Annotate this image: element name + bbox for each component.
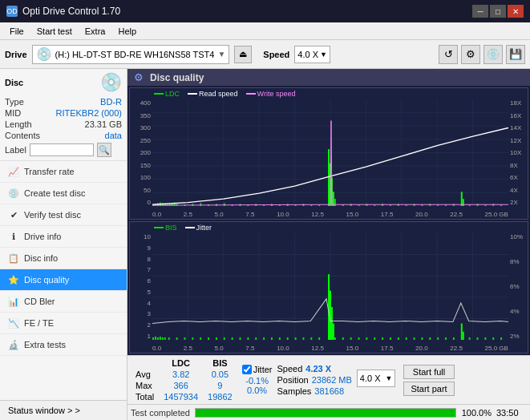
svg-rect-105 [279, 337, 281, 340]
sidebar-item-create-test-disc[interactable]: 💿 Create test disc [0, 183, 127, 204]
sidebar-item-extra-tests[interactable]: 🔬 Extra tests [0, 334, 127, 356]
refresh-icon[interactable]: ↺ [439, 45, 458, 64]
bis-x-axis: 0.0 2.5 5.0 7.5 10.0 12.5 15.0 17.5 20.0… [152, 345, 508, 352]
disc-label-label: Label [5, 145, 26, 155]
disc-panel: Disc 💿 Type BD-R MID RITEKBR2 (000) Leng… [0, 69, 127, 161]
status-window-button[interactable]: Status window > > [0, 400, 127, 420]
bis-y-axis-right: 10% 8% 6% 4% 2% [508, 233, 528, 340]
svg-rect-96 [208, 337, 209, 340]
save-icon[interactable]: 💾 [506, 45, 525, 64]
stats-speed-selector[interactable]: 4.0 X ▼ [357, 370, 396, 387]
main-area: Disc 💿 Type BD-R MID RITEKBR2 (000) Leng… [0, 69, 530, 420]
menu-help[interactable]: Help [111, 25, 143, 38]
bis-legend: BIS Jitter [154, 224, 212, 232]
drive-bar: Drive 💿 (H:) HL-DT-ST BD-RE WH16NS58 TST… [0, 40, 530, 69]
status-window-label: Status window > > [8, 406, 80, 415]
sidebar-item-verify-test-disc[interactable]: ✔ Verify test disc [0, 204, 127, 226]
svg-rect-107 [295, 337, 297, 340]
svg-rect-120 [374, 337, 375, 340]
sidebar-item-fe-te-label: FE / TE [24, 318, 54, 328]
svg-rect-123 [398, 337, 399, 340]
disc-label-row: Label 🔍 [5, 143, 122, 157]
svg-rect-124 [406, 337, 407, 340]
app-icon: OD [6, 6, 18, 17]
position-row: Position 23862 MB [277, 375, 352, 385]
position-value: 23862 MB [312, 375, 352, 385]
sidebar-item-disc-quality[interactable]: ⭐ Disc quality [0, 269, 127, 291]
svg-rect-125 [414, 337, 415, 340]
disc-label-button[interactable]: 🔍 [97, 143, 111, 157]
disc-type-label: Type [5, 97, 24, 107]
speed-stat-label: Speed [277, 364, 303, 374]
sidebar-item-cd-bler[interactable]: 📊 CD Bler [0, 291, 127, 313]
drive-info-icon: ℹ [8, 231, 19, 242]
position-label: Position [277, 375, 309, 385]
sidebar-item-drive-info[interactable]: ℹ Drive info [0, 226, 127, 248]
svg-rect-108 [302, 337, 304, 340]
svg-rect-127 [429, 337, 431, 340]
disc-contents-row: Contents data [5, 130, 122, 141]
svg-rect-132 [463, 332, 464, 340]
start-full-button[interactable]: Start full [403, 365, 454, 379]
ldc-legend-ldc: LDC [154, 90, 180, 98]
cd-icon[interactable]: 💿 [483, 45, 503, 64]
svg-rect-137 [500, 337, 502, 340]
svg-rect-118 [358, 337, 360, 340]
col-header-ldc: LDC [159, 357, 203, 369]
settings-icon[interactable]: ⚙ [461, 45, 480, 64]
speed-label: Speed [263, 50, 289, 59]
disc-mid-value: RITEKBR2 (000) [55, 108, 122, 118]
jitter-section: Jitter -0.1% 0.0% [242, 365, 273, 395]
speed-stat-value: 4.23 X [305, 364, 331, 374]
close-button[interactable]: ✕ [508, 5, 524, 18]
sidebar: Disc 💿 Type BD-R MID RITEKBR2 (000) Leng… [0, 69, 127, 420]
sidebar-item-transfer-rate[interactable]: 📈 Transfer rate [0, 161, 127, 183]
bis-legend-bis: BIS [154, 224, 177, 232]
speed-selector[interactable]: 4.0 X ▼ [294, 46, 330, 63]
menu-bar: File Start test Extra Help [0, 22, 530, 40]
stats-area: LDC BIS Avg 3.82 0.05 Max 366 [127, 355, 530, 404]
sidebar-item-drive-info-label: Drive info [24, 232, 61, 241]
sidebar-item-disc-info[interactable]: 📋 Disc info [0, 248, 127, 269]
eject-button[interactable]: ⏏ [234, 46, 252, 63]
title-bar-left: OD Opti Drive Control 1.70 [6, 6, 120, 17]
ldc-legend-read: Read speed [188, 90, 238, 98]
menu-extra[interactable]: Extra [79, 25, 112, 38]
menu-file[interactable]: File [3, 25, 30, 38]
start-part-button[interactable]: Start part [403, 382, 454, 396]
minimize-button[interactable]: ─ [472, 5, 488, 18]
svg-rect-44 [333, 192, 334, 206]
disc-quality-icon: ⭐ [8, 274, 19, 285]
svg-rect-106 [287, 337, 289, 340]
svg-rect-119 [366, 337, 367, 340]
svg-rect-87 [157, 337, 159, 340]
title-bar-controls[interactable]: ─ □ ✕ [472, 5, 524, 18]
svg-rect-122 [390, 337, 391, 340]
sidebar-item-fe-te[interactable]: 📉 FE / TE [0, 313, 127, 334]
svg-rect-94 [192, 337, 193, 340]
bis-y-axis-left: 10 9 8 7 6 5 4 3 2 1 [130, 233, 152, 340]
svg-rect-102 [255, 337, 257, 340]
disc-contents-label: Contents [5, 131, 40, 140]
max-label: Max [131, 380, 159, 391]
avg-ldc: 3.82 [159, 369, 203, 380]
speed-value: 4.0 X [297, 50, 318, 59]
svg-rect-95 [200, 337, 201, 340]
disc-mid-label: MID [5, 108, 21, 118]
ldc-color-bar [154, 93, 164, 95]
disc-mid-row: MID RITEKBR2 (000) [5, 107, 122, 119]
drive-selector[interactable]: 💿 (H:) HL-DT-ST BD-RE WH16NS58 TST4 ▼ [32, 45, 230, 64]
svg-rect-89 [162, 337, 164, 340]
jitter-checkbox[interactable] [242, 365, 252, 374]
jitter-checkbox-row[interactable]: Jitter [242, 365, 273, 374]
total-label: Total [131, 391, 159, 402]
svg-rect-136 [492, 337, 494, 340]
disc-label-input[interactable] [30, 143, 94, 156]
svg-rect-115 [334, 337, 336, 340]
maximize-button[interactable]: □ [490, 5, 506, 18]
samples-row: Samples 381668 [277, 386, 352, 396]
svg-rect-116 [342, 337, 344, 340]
stats-max-row: Max 366 9 [131, 380, 237, 391]
write-speed-color-bar [246, 93, 256, 95]
menu-start-test[interactable]: Start test [30, 25, 79, 38]
